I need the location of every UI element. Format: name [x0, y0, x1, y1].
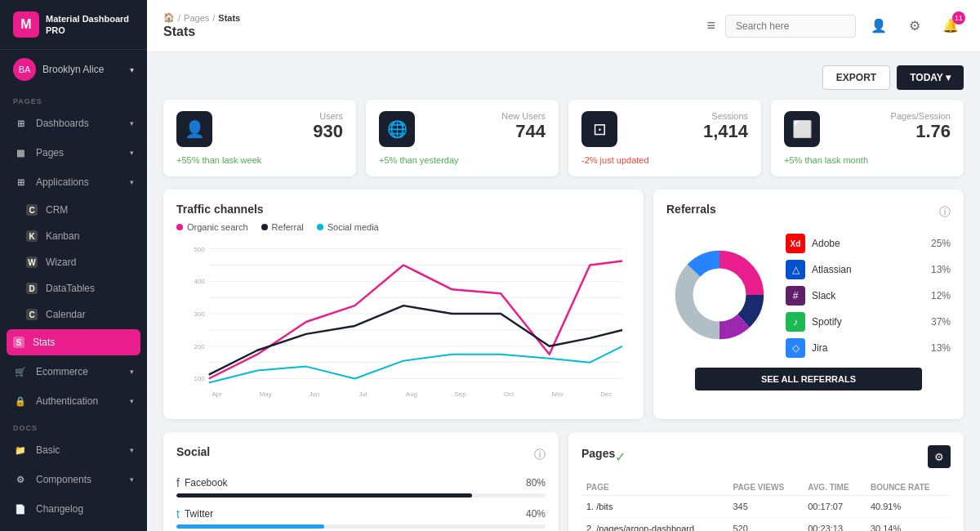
stat-change: -2% just updated — [581, 155, 748, 165]
col-page: PAGE — [581, 480, 728, 496]
notification-icon[interactable]: 🔔 11 — [938, 13, 964, 39]
spotify-icon: ♪ — [786, 312, 805, 332]
breadcrumb-pages: Pages — [184, 13, 209, 23]
info-icon[interactable]: ⓘ — [939, 205, 951, 220]
user-menu[interactable]: BA Brooklyn Alice ▾ — [0, 50, 147, 89]
twitter-pct: 40% — [526, 508, 546, 520]
page-path: 1. /bits — [581, 496, 728, 518]
gear-button[interactable]: ⚙ — [928, 445, 951, 468]
chevron-down-icon: ▾ — [130, 178, 134, 186]
bounce-rate: 40.91% — [866, 496, 951, 518]
facebook-pct: 80% — [526, 477, 546, 489]
users-icon: 👤 — [176, 111, 212, 147]
svg-text:500: 500 — [194, 246, 206, 253]
sidebar-item-calendar[interactable]: C Calendar — [0, 301, 147, 328]
pages-card: Pages ✓ ⚙ PAGE PAGE VIEWS AVG. TIME BOUN… — [568, 432, 964, 531]
sidebar-item-authentication[interactable]: 🔒 Authentication ▾ — [0, 386, 147, 416]
sidebar-item-label: Changelog — [36, 503, 134, 515]
referral-pct: 12% — [931, 290, 951, 301]
traffic-channels-card: Traffic channels Organic search Referral… — [163, 190, 644, 419]
svg-text:100: 100 — [194, 375, 206, 382]
social-item-facebook: f Facebook 80% — [176, 476, 546, 498]
svg-text:Aug: Aug — [406, 390, 417, 398]
slack-icon: # — [786, 286, 805, 306]
notification-badge: 11 — [952, 11, 965, 25]
facebook-progress — [176, 493, 546, 498]
sidebar-item-label: CRM — [46, 204, 134, 216]
authentication-icon: 🔒 — [13, 394, 28, 408]
sidebar-item-stats[interactable]: S Stats — [7, 329, 140, 355]
logo-text: Material Dashboard PRO — [46, 13, 134, 37]
sidebar-item-crm[interactable]: C CRM — [0, 197, 147, 223]
facebook-fill — [176, 493, 472, 498]
legend-referral: Referral — [261, 222, 304, 232]
sidebar: M Material Dashboard PRO BA Brooklyn Ali… — [0, 0, 147, 531]
sidebar-item-wizard[interactable]: W Wizard — [0, 249, 147, 275]
svg-text:200: 200 — [194, 343, 206, 350]
sidebar-item-dashboards[interactable]: ⊞ Dashboards ▾ — [0, 109, 147, 138]
svg-text:300: 300 — [194, 310, 206, 318]
see-all-referrals-button[interactable]: SEE ALL REFERRALS — [695, 368, 922, 390]
referrals-header: Referrals ⓘ — [666, 203, 951, 222]
applications-icon: ⊞ — [13, 175, 28, 190]
settings-icon[interactable]: ⚙ — [902, 13, 928, 39]
stat-label: Sessions — [703, 111, 748, 121]
sidebar-item-applications[interactable]: ⊞ Applications ▾ — [0, 167, 147, 197]
stat-label: Users — [313, 111, 343, 121]
wizard-icon: W — [26, 257, 38, 268]
chevron-down-icon: ▾ — [130, 119, 134, 127]
sidebar-item-components[interactable]: ⚙ Components ▾ — [0, 465, 147, 494]
referral-pct: 37% — [931, 316, 951, 328]
referrals-list: Xd Adobe 25% △ Atlassian 13% # Slack — [786, 234, 951, 358]
chart-legend: Organic search Referral Social media — [176, 222, 630, 232]
today-button[interactable]: TODAY ▾ — [897, 65, 964, 90]
header: 🏠 / Pages / Stats Stats ≡ 👤 ⚙ 🔔 11 — [147, 0, 980, 52]
legend-social: Social media — [317, 222, 379, 232]
jira-icon: ◇ — [786, 338, 805, 358]
sessions-icon: ⊡ — [581, 111, 617, 147]
legend-label: Referral — [272, 222, 304, 232]
twitter-fill — [176, 524, 324, 529]
sidebar-item-pages[interactable]: ▦ Pages ▾ — [0, 138, 147, 167]
sidebar-item-label: Kanban — [46, 230, 134, 242]
chevron-down-icon: ▾ — [130, 446, 134, 454]
facebook-label: Facebook — [185, 477, 228, 489]
sidebar-item-basic[interactable]: 📁 Basic ▾ — [0, 435, 147, 465]
user-icon[interactable]: 👤 — [866, 13, 892, 39]
stat-value: 930 — [313, 121, 343, 142]
hamburger-icon[interactable]: ≡ — [706, 17, 715, 34]
chevron-down-icon: ▾ — [130, 65, 134, 74]
kanban-icon: K — [26, 230, 38, 242]
new-users-icon: 🌐 — [379, 111, 415, 147]
search-input[interactable] — [725, 15, 856, 38]
referrals-content: Xd Adobe 25% △ Atlassian 13% # Slack — [666, 234, 951, 358]
referral-name: Adobe — [812, 238, 924, 249]
page-views: 345 — [728, 496, 803, 518]
sidebar-item-kanban[interactable]: K Kanban — [0, 223, 147, 249]
stat-card-sessions: ⊡ Sessions 1,414 -2% just updated — [568, 100, 761, 176]
export-button[interactable]: EXPORT — [822, 65, 890, 90]
twitter-icon: t — [176, 507, 180, 520]
sidebar-item-datatables[interactable]: D DataTables — [0, 275, 147, 301]
pages-icon: ▦ — [13, 145, 28, 160]
social-item-twitter: t Twitter 40% — [176, 507, 546, 529]
referral-pct: 13% — [931, 264, 951, 275]
referral-name: Spotify — [812, 316, 924, 328]
calendar-icon: C — [26, 309, 38, 320]
dashboards-icon: ⊞ — [13, 116, 28, 131]
avg-time: 00:23:13 — [803, 518, 866, 532]
info-icon[interactable]: ⓘ — [534, 448, 546, 462]
adobe-icon: Xd — [786, 234, 805, 253]
stat-change: +55% than lask week — [176, 155, 343, 165]
chevron-down-icon: ▾ — [130, 475, 134, 484]
sidebar-item-ecommerce[interactable]: 🛒 Ecommerce ▾ — [0, 357, 147, 386]
traffic-chart-title: Traffic channels — [176, 203, 630, 216]
sidebar-item-changelog[interactable]: 📄 Changelog — [0, 494, 147, 524]
ecommerce-icon: 🛒 — [13, 364, 28, 379]
social-dot — [317, 224, 323, 230]
avatar: BA — [13, 58, 36, 81]
basic-icon: 📁 — [13, 443, 28, 457]
stat-value: 1,414 — [703, 121, 748, 142]
svg-text:400: 400 — [194, 278, 206, 285]
col-time: AVG. TIME — [803, 480, 866, 496]
